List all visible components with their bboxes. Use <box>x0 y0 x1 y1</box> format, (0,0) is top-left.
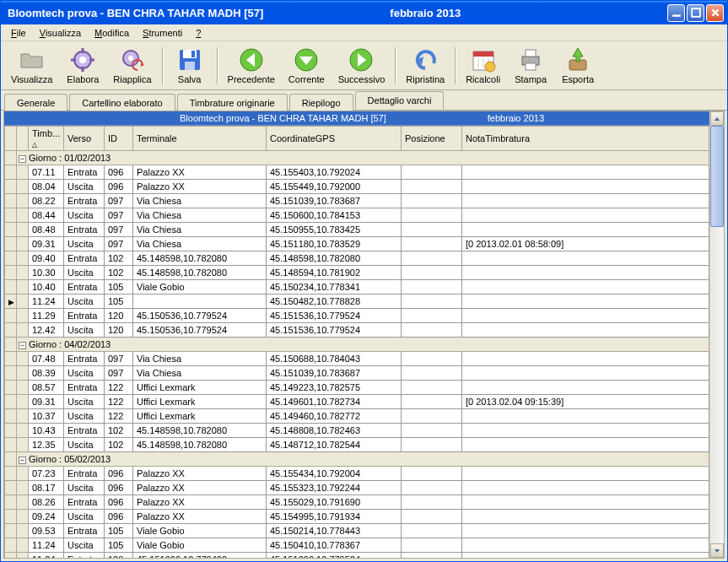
table-row[interactable]: 11.29Entrata12045.150536,10.77952445.151… <box>5 309 709 323</box>
cell-posizione <box>402 467 462 481</box>
table-row[interactable]: 12.42Uscita12045.150536,10.77952445.1515… <box>5 323 709 338</box>
group-label: Giorno : 01/02/2013 <box>29 153 111 163</box>
group-row[interactable]: −Giorno : 01/02/2013 <box>5 151 709 165</box>
scroll-up-button[interactable] <box>710 111 724 126</box>
cell-nota <box>462 208 709 223</box>
table-row[interactable]: 08.57Entrata122Uffici Lexmark45.149223,1… <box>5 381 709 395</box>
row-indicator <box>5 366 17 381</box>
tab-dettaglio[interactable]: Dettaglio varchi <box>355 91 445 110</box>
cell-verso: Entrata <box>64 553 105 559</box>
cell-gps: 45.155403,10.792024 <box>267 165 402 180</box>
row-indicator <box>5 495 17 510</box>
table-row[interactable]: 09.24Uscita096Palazzo XX45.154995,10.791… <box>5 510 709 524</box>
menu-visualizza[interactable]: Visualizza <box>33 26 88 40</box>
cell-gps: 45.149223,10.782575 <box>267 381 402 395</box>
scroll-thumb[interactable] <box>710 126 724 227</box>
scroll-track[interactable] <box>710 126 724 543</box>
table-row[interactable]: 10.30Uscita10245.148598,10.78208045.1485… <box>5 266 709 280</box>
window-title-date: febbraio 2013 <box>390 7 461 19</box>
menu-help[interactable]: ? <box>189 26 208 40</box>
tab-generale[interactable]: Generale <box>4 94 67 111</box>
cell-verso: Entrata <box>64 352 105 366</box>
tab-cartellino[interactable]: Cartellino elaborato <box>69 94 175 111</box>
group-row[interactable]: −Giorno : 05/02/2013 <box>5 452 709 467</box>
table-row[interactable]: 08.04Uscita096Palazzo XX45.155449,10.792… <box>5 180 709 194</box>
vertical-scrollbar[interactable] <box>709 111 724 558</box>
visualizza-button[interactable]: Visualizza <box>4 43 59 89</box>
menu-strumenti[interactable]: Strumenti <box>136 26 189 40</box>
cell-nota <box>462 180 709 194</box>
table-row[interactable]: 11.24Uscita105Viale Gobio45.150410,10.77… <box>5 538 709 553</box>
close-button[interactable] <box>706 4 724 22</box>
tab-riepilogo[interactable]: Riepilogo <box>289 94 353 111</box>
cell-verso: Entrata <box>64 424 105 438</box>
cell-timb: 07.48 <box>29 352 64 366</box>
table-row[interactable]: 09.31Uscita122Uffici Lexmark45.149601,10… <box>5 395 709 409</box>
table-row[interactable]: 08.22Entrata097Via Chiesa45.151039,10.78… <box>5 194 709 208</box>
ripristina-button[interactable]: Ripristina <box>399 43 451 89</box>
table-row[interactable]: 11.24Entrata10845.151066,10.77940045.151… <box>5 553 709 559</box>
col-timb[interactable]: Timb... △ <box>29 127 64 151</box>
table-row[interactable]: 07.23Entrata096Palazzo XX45.155434,10.79… <box>5 467 709 481</box>
table-row[interactable]: 12.35Uscita10245.148598,10.78208045.1487… <box>5 438 709 452</box>
table-row[interactable]: ▶11.24Uscita105Viale Gobio45.150482,10.7… <box>5 295 709 309</box>
cell-id: 105 <box>105 538 133 553</box>
collapse-icon[interactable]: − <box>19 155 26 163</box>
col-terminale[interactable]: Terminale <box>133 127 267 151</box>
row-indicator <box>5 538 17 553</box>
cell-terminale: Via Chiesa <box>133 194 267 208</box>
grid-title-left: Bloomtech prova - BEN CHRA TAHAR MADH [5… <box>28 113 386 123</box>
row-indicator <box>5 251 17 266</box>
group-row[interactable]: −Giorno : 04/02/2013 <box>5 338 709 352</box>
table-row[interactable]: 08.39Uscita097Via Chiesa45.151039,10.783… <box>5 366 709 381</box>
table-row[interactable]: 09.31Uscita097Via Chiesa45.151180,10.783… <box>5 237 709 251</box>
cell-posizione <box>402 481 462 495</box>
table-row[interactable]: 10.43Entrata10245.148598,10.78208045.148… <box>5 424 709 438</box>
content-area: Bloomtech prova - BEN CHRA TAHAR MADH [5… <box>3 111 725 559</box>
scroll-down-button[interactable] <box>710 543 724 558</box>
menu-file[interactable]: File <box>4 26 33 40</box>
collapse-icon[interactable]: − <box>19 457 26 464</box>
cell-id: 096 <box>105 510 133 524</box>
col-verso[interactable]: Verso <box>64 127 105 151</box>
col-gps[interactable]: CoordinateGPS <box>267 127 402 151</box>
cell-timb: 09.24 <box>29 510 64 524</box>
riapplica-button[interactable]: Riapplica <box>106 43 158 89</box>
cell-timb: 09.53 <box>29 524 64 538</box>
table-row[interactable]: 08.48Entrata097Via Chiesa45.150955,10.78… <box>5 223 709 237</box>
minimize-button[interactable] <box>667 4 685 22</box>
precedente-button[interactable]: Precedente <box>221 43 282 89</box>
table-row[interactable]: 09.53Entrata105Viale Gobio45.150214,10.7… <box>5 524 709 538</box>
cell-terminale: Via Chiesa <box>133 208 267 223</box>
col-nota[interactable]: NotaTimbratura <box>462 127 709 151</box>
table-row[interactable]: 08.17Uscita096Palazzo XX45.155323,10.792… <box>5 481 709 495</box>
table-row[interactable]: 07.11Entrata096Palazzo XX45.155403,10.79… <box>5 165 709 180</box>
cell-verso: Entrata <box>64 467 105 481</box>
table-row[interactable]: 10.37Uscita122Uffici Lexmark45.149460,10… <box>5 409 709 424</box>
cell-nota <box>462 553 709 559</box>
data-grid[interactable]: Timb... △ Verso ID Terminale CoordinateG… <box>4 126 709 558</box>
separator <box>217 47 218 84</box>
cell-timb: 07.23 <box>29 467 64 481</box>
ricalcoli-button[interactable]: Ricalcoli <box>459 43 507 89</box>
table-row[interactable]: 09.40Entrata10245.148598,10.78208045.148… <box>5 251 709 266</box>
table-row[interactable]: 08.44Uscita097Via Chiesa45.150600,10.784… <box>5 208 709 223</box>
table-row[interactable]: 08.26Entrata096Palazzo XX45.155029,10.79… <box>5 495 709 510</box>
table-row[interactable]: 10.40Entrata105Viale Gobio45.150234,10.7… <box>5 280 709 295</box>
table-row[interactable]: 07.48Entrata097Via Chiesa45.150688,10.78… <box>5 352 709 366</box>
col-posizione[interactable]: Posizione <box>402 127 462 151</box>
elabora-button[interactable]: Elabora <box>59 43 106 89</box>
maximize-button[interactable] <box>687 4 704 22</box>
tab-timbrature[interactable]: Timbrature originarie <box>177 94 288 111</box>
successivo-button[interactable]: Successivo <box>332 43 392 89</box>
menu-modifica[interactable]: Modifica <box>88 26 136 40</box>
col-id[interactable]: ID <box>105 127 133 151</box>
cell-gps: 45.155323,10.792244 <box>267 481 402 495</box>
esporta-button[interactable]: Esporta <box>554 43 601 89</box>
separator <box>162 47 163 84</box>
salva-button[interactable]: Salva <box>166 43 213 89</box>
corrente-button[interactable]: Corrente <box>282 43 332 89</box>
stampa-button[interactable]: Stampa <box>507 43 554 89</box>
cell-verso: Uscita <box>64 180 105 194</box>
collapse-icon[interactable]: − <box>19 342 26 349</box>
